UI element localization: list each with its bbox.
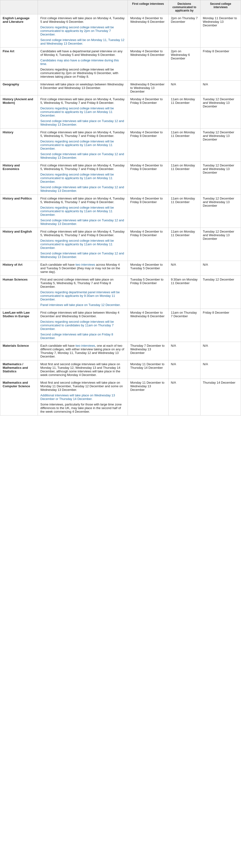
first-interviews-cell: Monday 11 December to Thursday 14 Decemb…: [128, 361, 168, 379]
col-header-subject: [0, 0, 38, 14]
decisions-cell: 9:30am on Monday 11 December: [168, 276, 200, 309]
second-interviews-cell: Friday 8 December: [200, 309, 241, 342]
decisions-cell: 11am on Monday 11 December: [168, 128, 200, 162]
info-cell: Interviews will take place on weekdays b…: [38, 81, 128, 95]
subject-cell: English Language and Literature: [0, 14, 38, 48]
decisions-cell: 11am on Monday 11 December: [168, 228, 200, 261]
table-row: Law/Law with Law Studies in EuropeFirst …: [0, 309, 241, 342]
info-cell: Each candidate will have two interviews …: [38, 261, 128, 276]
subject-cell: History and English: [0, 228, 38, 261]
first-interviews-cell: Monday 4 December to Friday 8 December: [128, 195, 168, 228]
info-cell: First college interviews will take place…: [38, 128, 128, 162]
table-row: GeographyInterviews will take place on w…: [0, 81, 241, 95]
first-interviews-cell: Monday 4 December to Wednesday 6 Decembe…: [128, 309, 168, 342]
table-row: Mathematics / Mathematics and Statistics…: [0, 361, 241, 379]
table-row: HistoryFirst college interviews will tak…: [0, 128, 241, 162]
second-interviews-cell: Thursday 14 December: [200, 379, 241, 415]
subject-cell: History: [0, 128, 38, 162]
subject-cell: Human Sciences: [0, 276, 38, 309]
table-row: Fine ArtCandidates will have a departmen…: [0, 48, 241, 81]
table-row: English Language and LiteratureFirst col…: [0, 14, 241, 48]
info-cell: First college interviews will take place…: [38, 14, 128, 48]
first-interviews-cell: Monday 4 December to Friday 8 December: [128, 128, 168, 162]
info-cell: First college interviews will take place…: [38, 309, 128, 342]
decisions-cell: N/A: [168, 81, 200, 95]
decisions-cell: 2pm on Wednesday 6 December: [168, 48, 200, 81]
subject-cell: History and Politics: [0, 195, 38, 228]
info-cell: Candidates will have a departmental pane…: [38, 48, 128, 81]
table-row: History of ArtEach candidate will have t…: [0, 261, 241, 276]
decisions-cell: N/A: [168, 379, 200, 415]
first-interviews-cell: Monday 4 December to Wednesday 6 Decembe…: [128, 48, 168, 81]
info-cell: First college interviews will take place…: [38, 228, 128, 261]
second-interviews-cell: Tuesday 12 December and Wednesday 13 Dec…: [200, 162, 241, 195]
subject-cell: Geography: [0, 81, 38, 95]
col-header-decisions: Decisions communicated to applicants by: [168, 0, 200, 14]
subject-cell: History of Art: [0, 261, 38, 276]
second-interviews-cell: Tuesday 12 December: [200, 276, 241, 309]
second-interviews-cell: N/A: [200, 342, 241, 361]
info-cell: First college interviews will take place…: [38, 162, 128, 195]
table-row: History and EnglishFirst college intervi…: [0, 228, 241, 261]
first-interviews-cell: Monday 4 December to Friday 8 December: [128, 228, 168, 261]
subject-cell: Mathematics / Mathematics and Statistics: [0, 361, 38, 379]
subject-cell: History and Economics: [0, 162, 38, 195]
second-interviews-cell: N/A: [200, 81, 241, 95]
decisions-cell: 11am on Thursday 7 December: [168, 309, 200, 342]
col-header-info: [38, 0, 128, 14]
second-interviews-cell: Tuesday 12 December and Wednesday 13 Dec…: [200, 95, 241, 128]
table-row: Mathematics and Computer ScienceMost fir…: [0, 379, 241, 415]
first-interviews-cell: Monday 11 December to Wednesday 13 Decem…: [128, 379, 168, 415]
col-header-second: Second college interviews: [200, 0, 241, 14]
first-interviews-cell: Tuesday 5 December to Friday 8 December: [128, 276, 168, 309]
first-interviews-cell: Wednesday 6 December to Wednesday 13 Dec…: [128, 81, 168, 95]
decisions-cell: 2pm on Thursday 7 December: [168, 14, 200, 48]
info-cell: Most first and second college interviews…: [38, 361, 128, 379]
first-interviews-cell: Monday 4 December to Tuesday 5 December: [128, 261, 168, 276]
table-row: Human SciencesFirst and second college i…: [0, 276, 241, 309]
subject-cell: Mathematics and Computer Science: [0, 379, 38, 415]
subject-cell: Law/Law with Law Studies in Europe: [0, 309, 38, 342]
first-interviews-cell: Monday 4 December to Wednesday 6 Decembe…: [128, 14, 168, 48]
decisions-cell: N/A: [168, 342, 200, 361]
decisions-cell: 11am on Monday 11 December: [168, 162, 200, 195]
info-cell: First and second college interviews will…: [38, 276, 128, 309]
subject-cell: Materials Science: [0, 342, 38, 361]
first-interviews-cell: Monday 4 December to Friday 8 December: [128, 162, 168, 195]
table-row: Materials ScienceEach candidate will hav…: [0, 342, 241, 361]
table-row: History and EconomicsFirst college inter…: [0, 162, 241, 195]
subject-cell: Fine Art: [0, 48, 38, 81]
second-interviews-cell: Tuesday 12 December and Wednesday 13 Dec…: [200, 128, 241, 162]
info-cell: First college interviews will take place…: [38, 195, 128, 228]
second-interviews-cell: N/A: [200, 361, 241, 379]
second-interviews-cell: Monday 11 December to Wednesday 13 Decem…: [200, 14, 241, 48]
info-cell: Each candidate will have two interviews,…: [38, 342, 128, 361]
first-interviews-cell: Monday 4 December to Friday 8 December: [128, 95, 168, 128]
decisions-cell: 11am on Monday 11 December: [168, 95, 200, 128]
col-header-first: First college interviews: [128, 0, 168, 14]
decisions-cell: 11am on Monday 11 December: [168, 195, 200, 228]
decisions-cell: N/A: [168, 261, 200, 276]
info-cell: First college interviews will take place…: [38, 95, 128, 128]
second-interviews-cell: Tuesday 12 December and Wednesday 13 Dec…: [200, 228, 241, 261]
second-interviews-cell: Friday 8 December: [200, 48, 241, 81]
info-cell: Most first and second college interviews…: [38, 379, 128, 415]
second-interviews-cell: Tuesday 12 December and Wednesday 13 Dec…: [200, 195, 241, 228]
table-row: History and PoliticsFirst college interv…: [0, 195, 241, 228]
interview-schedule-table: First college interviews Decisions commu…: [0, 0, 241, 415]
subject-cell: History (Ancient and Modern): [0, 95, 38, 128]
first-interviews-cell: Thursday 7 December to Wednesday 13 Dece…: [128, 342, 168, 361]
decisions-cell: N/A: [168, 361, 200, 379]
table-row: History (Ancient and Modern)First colleg…: [0, 95, 241, 128]
second-interviews-cell: N/A: [200, 261, 241, 276]
